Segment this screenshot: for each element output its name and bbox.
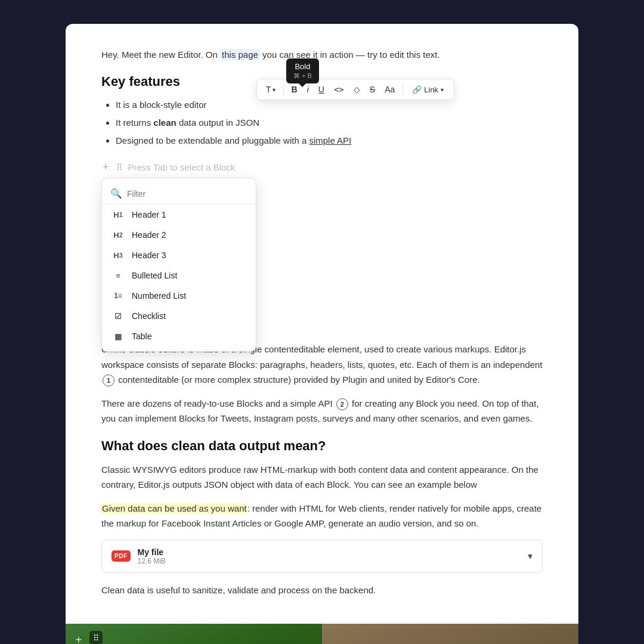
code-btn-label: <>	[334, 85, 344, 94]
intro-after: you can see it in action — try to edit t…	[260, 49, 440, 60]
strikethrough-btn-label: S	[370, 85, 375, 94]
image-right-panel	[322, 624, 578, 644]
block-item-table[interactable]: ▦ Table	[102, 326, 256, 346]
h3-icon: H3	[112, 251, 125, 260]
italic-btn-label: i	[307, 85, 309, 94]
text-format-btn[interactable]: T ▾	[263, 83, 278, 96]
block-editor-section: Unlike classic editors is made of a sing…	[101, 342, 543, 426]
editor-body: Unlike classic editors is made of a sing…	[101, 342, 543, 597]
h2-icon: H2	[112, 231, 125, 240]
editor-container: Bold ⌘ + B T ▾ B i U <> ◇	[66, 24, 578, 644]
format-toolbar: T ▾ B i U <> ◇ S Aa	[256, 79, 454, 100]
code-format-btn[interactable]: <>	[331, 83, 347, 96]
circled-1: 1	[103, 374, 114, 386]
file-info: PDF My file 12.6 MiB	[112, 547, 166, 565]
toolbar-divider-1	[283, 84, 284, 95]
h3-label: Header 3	[132, 250, 166, 260]
pdf-icon: PDF	[112, 550, 131, 562]
clean-para1: Classic WYSIWYG editors produce raw HTML…	[101, 462, 543, 493]
image-section: + ⠿ 🔍 ⬡ Add Border ↔ Stretch ◎ Add Backg…	[66, 624, 578, 644]
file-attachment: PDF My file 12.6 MiB ▾	[101, 540, 543, 573]
block-item-bulleted-list[interactable]: ≡ Bulleted List	[102, 265, 256, 286]
image-background	[66, 624, 578, 644]
intro-highlight: this page	[220, 49, 260, 60]
key-features-list: It is a block-style editor It returns cl…	[101, 98, 543, 148]
file-name: My file	[138, 547, 166, 557]
h1-icon: H1	[112, 210, 125, 219]
block-styled-para2: There are dozens of ready-to-use Blocks …	[101, 396, 543, 426]
link-icon: 🔗	[412, 85, 422, 94]
list-item: It returns clean data output in JSON	[116, 116, 543, 130]
text-btn-label: T	[266, 85, 271, 94]
marker-format-btn[interactable]: ◇	[351, 83, 363, 96]
bold-tooltip: Bold ⌘ + B	[286, 58, 319, 83]
h2-label: Header 2	[132, 230, 166, 240]
image-add-button[interactable]: +	[75, 633, 82, 644]
clean-data-title: What does clean data output mean?	[101, 438, 543, 454]
numbered-list-label: Numbered List	[132, 291, 186, 301]
block-item-numbered-list[interactable]: 1≡ Numbered List	[102, 286, 256, 306]
file-size: 12.6 MiB	[138, 557, 166, 565]
checklist-icon: ☑	[112, 312, 125, 321]
bulleted-list-label: Bulleted List	[132, 271, 177, 280]
checklist-label: Checklist	[132, 311, 166, 321]
block-item-header2[interactable]: H2 Header 2	[102, 225, 256, 245]
intro-text: Hey. Meet the new Editor. On this page y…	[101, 48, 543, 62]
block-drag-button[interactable]: ⠿	[115, 162, 123, 174]
block-item-header3[interactable]: H3 Header 3	[102, 245, 256, 265]
file-details: My file 12.6 MiB	[138, 547, 166, 565]
block-item-header1[interactable]: H1 Header 1	[102, 205, 256, 225]
image-drag-button[interactable]: ⠿	[89, 631, 103, 644]
editor-content: Bold ⌘ + B T ▾ B i U <> ◇	[66, 24, 578, 624]
file-expand-button[interactable]: ▾	[528, 550, 532, 562]
numbered-list-icon: 1≡	[112, 292, 125, 300]
bold-btn-label: B	[292, 85, 298, 94]
block-search-icon: 🔍	[110, 188, 122, 199]
table-label: Table	[132, 332, 151, 341]
h1-label: Header 1	[132, 210, 166, 219]
highlighted-phrase: Given data can be used as you want	[101, 503, 247, 513]
list-item: Designed to be extendable and pluggable …	[116, 134, 543, 148]
block-filter-row: 🔍	[102, 183, 256, 205]
link-btn[interactable]: 🔗 Link ▾	[408, 83, 448, 96]
convert-icon: Aa	[385, 85, 395, 94]
eagle-decoration	[219, 637, 339, 644]
bold-tooltip-label: Bold	[295, 62, 310, 71]
marker-icon: ◇	[354, 85, 360, 94]
block-item-checklist[interactable]: ☑ Checklist	[102, 306, 256, 326]
text-chevron-icon: ▾	[273, 86, 275, 93]
intro-before: Hey. Meet the new Editor. On	[101, 49, 220, 60]
underline-format-btn[interactable]: U	[315, 83, 327, 96]
underline-btn-label: U	[318, 85, 324, 94]
link-label: Link	[424, 85, 438, 94]
bulleted-list-icon: ≡	[112, 271, 125, 280]
toolbar-divider-2	[402, 84, 403, 95]
convert-format-btn[interactable]: Aa	[382, 83, 398, 96]
strikethrough-format-btn[interactable]: S	[367, 83, 378, 96]
clean-para2: Given data can be used as you want: rend…	[101, 501, 543, 531]
block-placeholder: Press Tab to select a Block	[128, 162, 236, 172]
clean-para3: Clean data is useful to sanitize, valida…	[101, 583, 543, 598]
link-chevron-icon: ▾	[441, 86, 444, 93]
block-selector-row: + ⠿ Press Tab to select a Block 🔍 H1 Hea…	[101, 160, 543, 175]
block-type-dropdown: 🔍 H1 Header 1 H2 Header 2 H3 Header 3 ≡	[101, 178, 256, 352]
bold-shortcut: ⌘ + B	[293, 72, 312, 80]
circled-2: 2	[336, 398, 348, 410]
table-icon: ▦	[112, 332, 125, 341]
block-add-button[interactable]: +	[101, 160, 110, 175]
block-filter-input[interactable]	[127, 189, 247, 199]
